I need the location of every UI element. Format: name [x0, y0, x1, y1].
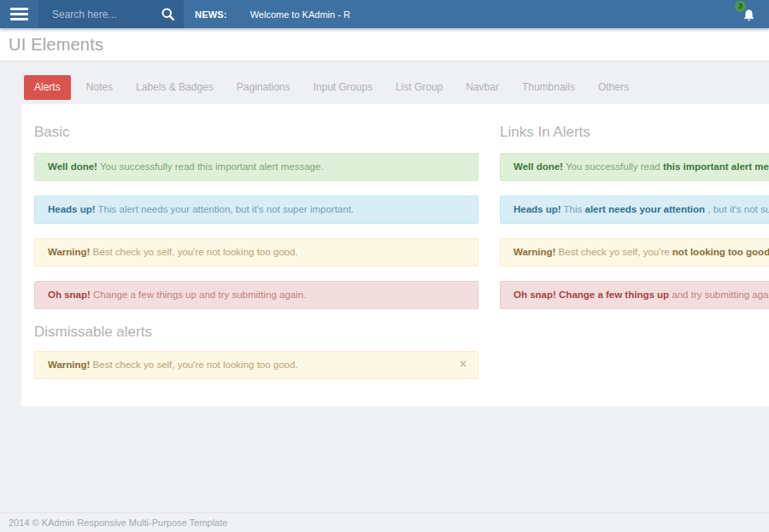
search-bar [38, 0, 184, 28]
alert-text: Heads up! [514, 204, 561, 214]
basic-alerts-group: Well done! You successfully read this im… [34, 153, 500, 309]
alert-text: Warning! [514, 247, 555, 257]
tab-alerts[interactable]: Alerts [24, 75, 71, 100]
news-ticker-text: Welcome to KAdmin - R [250, 9, 350, 20]
section-title-basic: Basic [34, 124, 500, 141]
tab-others[interactable]: Others [590, 75, 637, 100]
links-alerts-group: Well done! You successfully read this im… [500, 153, 769, 309]
alert-warning: Warning! Best check yo self, you're not … [500, 238, 769, 266]
left-column: Basic Well done! You successfully read t… [34, 117, 500, 394]
alert-danger: Oh snap! Change a few things up and try … [34, 281, 478, 309]
notification-count-badge: 3 [735, 1, 746, 12]
tab-list-group[interactable]: List Group [388, 75, 450, 100]
dismissable-alerts-group: Warning! Best check yo self, you're not … [34, 351, 500, 379]
alert-warning: Warning! Best check yo self, you're not … [34, 238, 478, 266]
alert-link[interactable]: not looking too good [672, 247, 769, 257]
tab-input-groups[interactable]: Input Groups [306, 75, 380, 100]
search-icon [161, 7, 175, 21]
alert-warning: Warning! Best check yo self, you're not … [34, 351, 478, 379]
alert-danger: Oh snap! Change a few things up and try … [500, 281, 769, 309]
topbar: NEWS: Welcome to KAdmin - R 3 [0, 0, 769, 28]
copyright-text: 2014 © KAdmin Responsive Multi-Purpose T… [9, 517, 227, 528]
right-column: Links In Alerts Well done! You successfu… [500, 117, 769, 394]
page-title: UI Elements [9, 35, 103, 55]
alert-text: Warning! [48, 360, 90, 370]
section-title-links: Links In Alerts [500, 124, 769, 141]
alert-text: Well done! [48, 161, 97, 172]
alert-text: This alert needs your attention, but it'… [96, 204, 354, 214]
footer: 2014 © KAdmin Responsive Multi-Purpose T… [0, 512, 769, 532]
tabs: AlertsNotesLabels & BadgesPaginationsInp… [24, 75, 769, 100]
alert-text: Change a few things up and try submittin… [91, 289, 307, 300]
alert-text: Best check yo self, you're not looking t… [90, 360, 297, 370]
tab-navbar[interactable]: Navbar [458, 75, 507, 100]
alert-info: Heads up! This alert needs your attentio… [34, 196, 478, 224]
alert-text: , but it's not super important. [705, 204, 769, 214]
alert-text: Well done! [514, 161, 563, 172]
alert-info: Heads up! This alert needs your attentio… [500, 196, 769, 224]
alert-text: You successfully read [563, 161, 663, 172]
alert-text: This [561, 204, 585, 214]
close-icon[interactable]: × [460, 359, 467, 370]
alert-success: Well done! You successfully read this im… [500, 153, 769, 181]
notifications-button[interactable]: 3 [741, 0, 757, 28]
news-label: NEWS: [195, 9, 227, 20]
section-title-dismissable: Dismissable alerts [34, 324, 500, 341]
menu-toggle-button[interactable] [0, 0, 38, 28]
alert-link[interactable]: Change a few things up [559, 289, 669, 300]
alert-link[interactable]: this important alert message [663, 161, 769, 172]
alert-text: Oh snap! [48, 289, 91, 300]
alert-text: You successfully read this important ale… [97, 161, 324, 172]
alert-text: Best check yo self, you're [555, 247, 672, 257]
alert-text: Warning! [48, 247, 90, 257]
tab-labels-badges[interactable]: Labels & Badges [128, 75, 221, 100]
content-card: Basic Well done! You successfully read t… [21, 104, 769, 406]
tab-notes[interactable]: Notes [79, 75, 120, 100]
hamburger-icon [10, 5, 28, 23]
tab-paginations[interactable]: Paginations [229, 75, 298, 100]
alert-text: Best check yo self, you're not looking t… [90, 247, 297, 257]
alert-text: Heads up! [48, 204, 96, 214]
tab-thumbnails[interactable]: Thumbnails [514, 75, 583, 100]
alert-link[interactable]: alert needs your attention [585, 204, 706, 214]
alert-success: Well done! You successfully read this im… [34, 153, 478, 181]
alert-text: Oh snap! [514, 289, 556, 300]
news-ticker: NEWS: Welcome to KAdmin - R [184, 0, 350, 28]
search-input[interactable] [38, 9, 151, 20]
page-header: UI Elements [0, 28, 769, 61]
search-button[interactable] [151, 0, 184, 28]
alert-text: and try submitting again. [669, 289, 769, 300]
alert-text [556, 289, 559, 300]
